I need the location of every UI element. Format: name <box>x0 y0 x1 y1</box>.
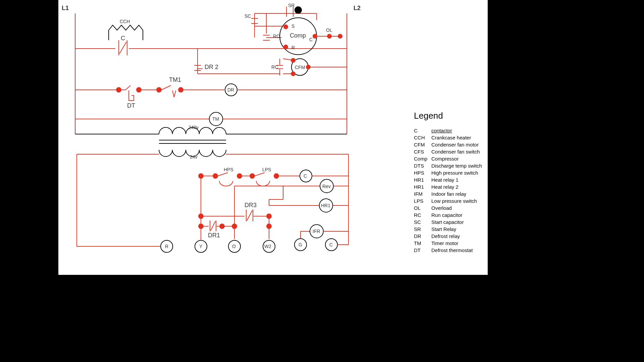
svg-point-24 <box>338 34 342 38</box>
svg-point-23 <box>327 34 331 38</box>
label-tm-coil: TM <box>212 116 219 122</box>
legend-row: HR1Heat relay 1 <box>414 177 484 183</box>
svg-line-79 <box>255 173 265 176</box>
label-dr-coil: DR <box>227 87 234 93</box>
svg-point-25 <box>284 25 288 29</box>
terminal-w2: W2 <box>264 244 271 249</box>
svg-point-72 <box>199 174 203 178</box>
label-lps: LPS <box>262 167 271 172</box>
label-c-contact: C <box>121 35 125 42</box>
label-hps: HPS <box>224 167 233 172</box>
label-comp-c: C <box>309 37 313 42</box>
svg-line-75 <box>218 173 228 176</box>
legend-row: Ccontactor <box>414 128 484 133</box>
label-dt: DT <box>127 102 135 109</box>
label-ol: OL <box>326 27 332 33</box>
label-ifr: IFR <box>313 229 320 234</box>
svg-point-27 <box>313 34 317 38</box>
legend-row: DTDefrost thermostat <box>414 247 484 253</box>
legend-row: HR1Heat relay 2 <box>414 184 484 190</box>
label-tm1: TM1 <box>169 76 181 83</box>
legend-row: IFMIndoor fan relay <box>414 191 484 197</box>
label-comp-r: R <box>291 45 295 50</box>
legend-row: SCStart capacitor <box>414 219 484 225</box>
svg-point-113 <box>267 224 271 229</box>
label-c-coil: C <box>304 173 307 179</box>
schematic-svg <box>58 0 414 275</box>
svg-point-50 <box>157 87 161 92</box>
svg-point-76 <box>237 174 242 178</box>
terminal-g: G <box>299 242 302 247</box>
svg-point-74 <box>213 174 218 178</box>
svg-line-5 <box>119 42 126 54</box>
legend-row: TMTimer motor <box>414 240 484 246</box>
legend-row: DRDefrost relay <box>414 233 484 239</box>
label-240v: 240v <box>189 125 199 130</box>
legend-row: OLOverload <box>414 205 484 211</box>
svg-point-48 <box>137 87 141 92</box>
label-comp-s: S <box>291 23 294 29</box>
svg-point-14 <box>295 7 302 13</box>
svg-point-105 <box>199 224 203 229</box>
legend-row: DTSDischarge temp switch <box>414 163 484 169</box>
diagram-stage: L1 L2 <box>58 0 488 275</box>
legend-row: RCRun capacitor <box>414 212 484 218</box>
legend-row: SRStart Relay <box>414 226 484 232</box>
svg-point-80 <box>274 174 279 178</box>
legend-row: CompCompressor <box>414 156 484 162</box>
terminal-y: Y <box>199 244 202 249</box>
legend-row: LPSLow pressure switch <box>414 198 484 204</box>
svg-point-112 <box>232 224 237 229</box>
label-dr1: DR1 <box>208 232 220 239</box>
terminal-o: O <box>232 244 236 249</box>
label-sr: SR <box>288 3 294 8</box>
label-rc: RC <box>273 34 280 39</box>
legend-row: CFMCondenser fan motor <box>414 142 484 147</box>
legend-panel: Legend CcontactorCCHCrankcase heaterCFMC… <box>414 111 484 254</box>
legend-title: Legend <box>414 111 484 121</box>
terminal-r: R <box>165 244 168 249</box>
legend-row: CCHCrankcase heater <box>414 135 484 140</box>
label-hr1: HR1 <box>321 203 330 208</box>
svg-point-45 <box>116 87 121 92</box>
label-cch: CCH <box>120 19 130 24</box>
svg-point-26 <box>284 45 288 49</box>
label-cfm: CFM <box>295 65 305 70</box>
label-sc: SC <box>245 13 251 19</box>
legend-row: HPSHigh pressure switch <box>414 170 484 176</box>
label-dr2: DR 2 <box>205 64 218 71</box>
svg-point-52 <box>178 87 183 92</box>
label-rev: Rev <box>322 184 331 189</box>
legend-row: CFSCondenser fan switch <box>414 149 484 155</box>
svg-line-93 <box>247 210 252 221</box>
terminal-c: C <box>329 242 333 247</box>
svg-line-51 <box>162 85 171 90</box>
label-rc2: RC <box>271 64 278 70</box>
label-comp: Comp <box>290 32 306 39</box>
label-dr3: DR3 <box>245 202 257 209</box>
svg-point-78 <box>250 174 255 178</box>
label-24v: 24v <box>190 154 198 160</box>
svg-line-109 <box>211 221 215 231</box>
svg-line-47 <box>125 85 130 90</box>
